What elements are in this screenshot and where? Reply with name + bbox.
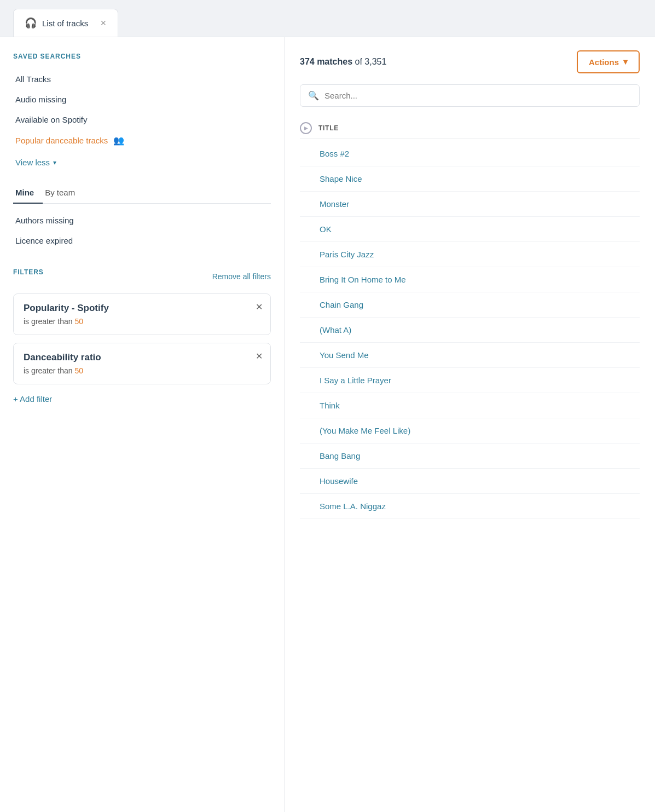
track-name: Some L.A. Niggaz [300,502,386,511]
track-name: I Say a Little Prayer [300,376,391,385]
main-content: SAVED SEARCHES All Tracks Audio missing … [0,37,655,812]
search-icon: 🔍 [308,90,319,101]
view-less-button[interactable]: View less ▾ [13,152,271,172]
headphones-icon: 🎧 [25,17,37,29]
track-row[interactable]: Chain Gang [300,292,640,318]
total-count: of 3,351 [355,57,387,66]
track-row[interactable]: Bang Bang [300,444,640,469]
track-name: Think [300,401,340,410]
track-row[interactable]: Think [300,393,640,418]
filters-title: FILTERS [13,268,44,276]
saved-searches-title: SAVED SEARCHES [13,53,271,60]
filter-danceability-value: 50 [74,366,83,375]
track-row[interactable]: (You Make Me Feel Like) [300,418,640,444]
filter-popularity-close-button[interactable]: ✕ [256,302,263,312]
tab-close-button[interactable]: ✕ [100,19,107,27]
play-icon: ▶ [300,122,312,134]
tab-mine[interactable]: Mine [13,182,43,204]
track-row[interactable]: Boss #2 [300,141,640,166]
track-list-header: ▶ TITLE [300,118,640,139]
matches-count: 374 matches [300,57,352,66]
team-icon: 👥 [113,135,124,146]
search-licence-expired[interactable]: Licence expired [13,231,271,251]
filter-popularity-title: Popularity - Spotify [24,303,260,314]
track-row[interactable]: OK [300,217,640,242]
track-name: Bang Bang [300,451,360,460]
track-row[interactable]: Paris City Jazz [300,242,640,267]
saved-search-popular-danceable[interactable]: Popular danceable tracks 👥 [13,130,271,151]
track-name: (You Make Me Feel Like) [300,426,410,435]
filter-popularity-value: 50 [74,317,83,326]
filter-danceability-title: Danceability ratio [24,352,260,363]
actions-chevron-icon: ▾ [623,57,628,67]
add-filter-label: + Add filter [13,394,52,404]
track-row[interactable]: I Say a Little Prayer [300,368,640,393]
track-name: Housewife [300,476,358,486]
add-filter-button[interactable]: + Add filter [13,394,271,404]
saved-search-audio-missing[interactable]: Audio missing [13,89,271,110]
track-name: Monster [300,199,349,209]
search-bar: 🔍 [300,84,640,107]
column-title-title: TITLE [318,124,339,132]
filter-danceability-desc: is greater than 50 [24,366,260,375]
search-authors-missing[interactable]: Authors missing [13,210,271,231]
view-less-label: View less [15,158,50,167]
track-name: Chain Gang [300,300,363,309]
sub-tabs: Mine By team [13,182,271,204]
track-name: Bring It On Home to Me [300,275,406,284]
app-container: 🎧 List of tracks ✕ SAVED SEARCHES All Tr… [0,0,655,812]
track-row[interactable]: (What A) [300,318,640,343]
track-list: Boss #2 Shape Nice Monster OK Paris City… [300,141,640,519]
track-name: You Send Me [300,350,369,360]
track-row[interactable]: Monster [300,192,640,217]
track-row[interactable]: You Send Me [300,343,640,368]
mine-search-list: Authors missing Licence expired [13,210,271,251]
track-name: Boss #2 [300,149,349,158]
tab-by-team[interactable]: By team [43,182,84,204]
track-name: OK [300,224,332,234]
filter-popularity-condition: is greater than [24,317,73,326]
filter-danceability-condition: is greater than [24,366,73,375]
track-row[interactable]: Housewife [300,469,640,494]
popular-danceable-label: Popular danceable tracks [15,136,108,145]
actions-button[interactable]: Actions ▾ [577,50,640,73]
filter-danceability-close-button[interactable]: ✕ [256,351,263,361]
right-panel: 374 matches of 3,351 Actions ▾ 🔍 ▶ TITLE [285,37,655,812]
actions-label: Actions [589,57,619,67]
search-input[interactable] [324,91,631,100]
track-row[interactable]: Shape Nice [300,166,640,192]
list-of-tracks-tab[interactable]: 🎧 List of tracks ✕ [13,9,118,37]
track-name: Shape Nice [300,174,362,183]
track-name: Paris City Jazz [300,250,374,259]
track-row[interactable]: Bring It On Home to Me [300,267,640,292]
results-count: 374 matches of 3,351 [300,57,386,67]
results-header: 374 matches of 3,351 Actions ▾ [300,50,640,73]
saved-search-all-tracks[interactable]: All Tracks [13,69,271,89]
tab-label: List of tracks [42,19,88,28]
filter-card-popularity: Popularity - Spotify is greater than 50 … [13,293,271,335]
tab-bar: 🎧 List of tracks ✕ [0,0,655,37]
sidebar: SAVED SEARCHES All Tracks Audio missing … [0,37,285,812]
track-name: (What A) [300,325,351,335]
saved-search-available-spotify[interactable]: Available on Spotify [13,110,271,130]
chevron-down-icon: ▾ [53,159,56,166]
filter-card-danceability: Danceability ratio is greater than 50 ✕ [13,343,271,384]
filter-popularity-desc: is greater than 50 [24,317,260,326]
track-row[interactable]: Some L.A. Niggaz [300,494,640,519]
remove-all-filters-button[interactable]: Remove all filters [212,272,271,281]
filters-header: FILTERS Remove all filters [13,268,271,285]
